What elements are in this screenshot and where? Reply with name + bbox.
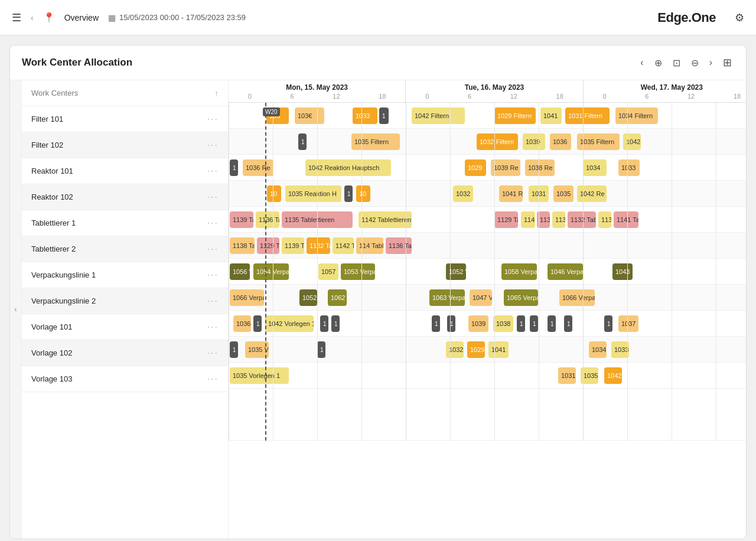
task[interactable]: 1052 V bbox=[299, 289, 317, 306]
next-button[interactable]: › bbox=[707, 55, 715, 70]
wc-header-title: Work Centers bbox=[31, 89, 214, 97]
task[interactable]: 1052 V bbox=[446, 263, 466, 280]
task[interactable]: 103€ bbox=[295, 107, 324, 124]
expand-button[interactable]: ⊞ bbox=[721, 54, 734, 71]
task[interactable]: 1057 bbox=[318, 263, 338, 280]
task[interactable]: 1129 Tab bbox=[494, 211, 518, 228]
task[interactable]: 1 bbox=[564, 315, 572, 332]
task[interactable]: 1034 bbox=[589, 341, 607, 358]
fit-button[interactable]: ⊡ bbox=[670, 55, 683, 71]
task[interactable]: 1029 bbox=[465, 159, 486, 176]
task[interactable]: 1031 Filtern bbox=[565, 107, 610, 124]
task[interactable]: 1042 Re bbox=[577, 185, 607, 202]
task[interactable]: 1062 bbox=[328, 289, 347, 306]
task[interactable]: 1132 Tab bbox=[307, 237, 330, 254]
task[interactable]: 1041 Re bbox=[499, 185, 523, 202]
task[interactable]: 1047 Ve bbox=[470, 289, 492, 306]
work-centers-panel: Work Centers ↑ Filter 101··· Filter 102·… bbox=[22, 80, 229, 539]
task[interactable]: 1058 Verpa bbox=[501, 263, 537, 280]
task[interactable]: 1033 bbox=[618, 159, 640, 176]
task[interactable]: 1039 bbox=[523, 133, 545, 150]
task[interactable]: 1 bbox=[320, 315, 328, 332]
task[interactable]: 1042 Reaktion Hauptsch bbox=[305, 159, 391, 176]
task[interactable]: 1 bbox=[331, 315, 340, 332]
task[interactable]: 1029 bbox=[467, 341, 485, 358]
task[interactable]: 1043 bbox=[612, 263, 633, 280]
task[interactable]: 1035 Vorlegen 1 bbox=[230, 367, 289, 384]
day-col-3: Wed, 17. May 2023 0 6 12 18 bbox=[584, 80, 746, 102]
task[interactable]: 1033 bbox=[611, 341, 629, 358]
task[interactable]: 1129 Tab bbox=[257, 237, 279, 254]
task[interactable]: 1036 bbox=[233, 315, 251, 332]
task[interactable]: 1034 Filtern bbox=[615, 107, 658, 124]
task[interactable]: 1 bbox=[432, 315, 440, 332]
task[interactable]: 1038 Re bbox=[525, 159, 555, 176]
back-chevron-icon[interactable]: ‹ bbox=[31, 13, 34, 22]
task[interactable]: 1035 bbox=[553, 185, 573, 202]
task[interactable]: 1066 Verpa bbox=[230, 289, 264, 306]
task[interactable]: 1031 bbox=[558, 367, 576, 384]
task[interactable]: 1053 Verpa bbox=[341, 263, 375, 280]
task[interactable]: 1065 Verpa bbox=[504, 289, 538, 306]
task[interactable]: 113 bbox=[552, 211, 565, 228]
task[interactable]: 1039 Re bbox=[491, 159, 520, 176]
task[interactable]: 1038 bbox=[493, 315, 513, 332]
task[interactable]: 1046 Verpa bbox=[548, 263, 583, 280]
task[interactable]: 1042 bbox=[604, 367, 622, 384]
task[interactable]: 1139 Tab bbox=[282, 237, 304, 254]
sidebar-toggle[interactable]: ‹ bbox=[10, 80, 22, 539]
task[interactable]: 1 bbox=[548, 315, 556, 332]
task[interactable]: 1035 Reaktion H bbox=[285, 185, 341, 202]
task[interactable]: 1032 Filtern bbox=[477, 133, 518, 150]
task[interactable]: 1142 Tablettieren bbox=[359, 211, 412, 228]
task[interactable]: 1041 bbox=[488, 341, 509, 358]
hamburger-icon[interactable]: ☰ bbox=[12, 11, 21, 24]
task[interactable]: 1 bbox=[230, 341, 238, 358]
task[interactable]: 114 bbox=[521, 211, 535, 228]
task[interactable]: 1141 Ta bbox=[614, 211, 638, 228]
task[interactable]: 1139 Tab bbox=[230, 211, 253, 228]
task[interactable]: 1142 Tab bbox=[333, 237, 354, 254]
zoom-in-button[interactable]: ⊕ bbox=[652, 55, 664, 71]
overview-link[interactable]: Overview bbox=[64, 13, 99, 22]
task[interactable]: 1 bbox=[379, 107, 389, 124]
task[interactable]: 1136 Tab bbox=[256, 211, 279, 228]
task[interactable]: 1136 Tab bbox=[386, 237, 412, 254]
task[interactable]: 1 bbox=[447, 315, 455, 332]
task[interactable]: 1063 Verpa bbox=[429, 289, 465, 306]
task[interactable]: 1 bbox=[530, 315, 538, 332]
task[interactable]: 1 bbox=[317, 341, 325, 358]
settings-icon[interactable]: ⚙ bbox=[735, 11, 744, 24]
task[interactable]: 1029 Filtern bbox=[494, 107, 536, 124]
task[interactable]: 1035 Filtern bbox=[351, 133, 400, 150]
task[interactable]: 1032 bbox=[446, 341, 464, 358]
task[interactable]: 1 bbox=[298, 133, 307, 150]
task[interactable]: 1 bbox=[344, 185, 353, 202]
task[interactable]: 1042 Filtern bbox=[412, 107, 465, 124]
task[interactable]: 1 bbox=[253, 315, 262, 332]
task[interactable]: 1037 bbox=[618, 315, 638, 332]
task[interactable]: 1039 bbox=[468, 315, 488, 332]
sort-button[interactable]: ↑ bbox=[214, 89, 219, 98]
task[interactable]: 1 bbox=[517, 315, 525, 332]
task[interactable]: 1138 Tab bbox=[230, 237, 255, 254]
task[interactable]: 10 bbox=[267, 185, 281, 202]
zoom-out-button[interactable]: ⊖ bbox=[689, 55, 701, 71]
task[interactable]: 1041 bbox=[540, 107, 562, 124]
task[interactable]: 113 bbox=[598, 211, 611, 228]
task[interactable]: 1 bbox=[230, 159, 238, 176]
task[interactable]: 1032 bbox=[453, 185, 473, 202]
prev-button[interactable]: ‹ bbox=[638, 55, 646, 70]
task[interactable]: 1042 bbox=[623, 133, 641, 150]
task[interactable]: 1036 Re bbox=[243, 159, 273, 176]
task[interactable]: 10 bbox=[356, 185, 370, 202]
task[interactable]: 1033 bbox=[353, 107, 377, 124]
task[interactable]: 1066 Verpa bbox=[559, 289, 595, 306]
task[interactable]: 114 Tabl bbox=[356, 237, 383, 254]
task[interactable]: 1034 bbox=[583, 159, 607, 176]
task[interactable]: 1 bbox=[604, 315, 612, 332]
task[interactable]: 1036 bbox=[550, 133, 571, 150]
task[interactable]: 1054 Verpa bbox=[253, 263, 289, 280]
task[interactable]: 1056 V bbox=[230, 263, 250, 280]
task[interactable]: 1132 Tab bbox=[568, 211, 596, 228]
